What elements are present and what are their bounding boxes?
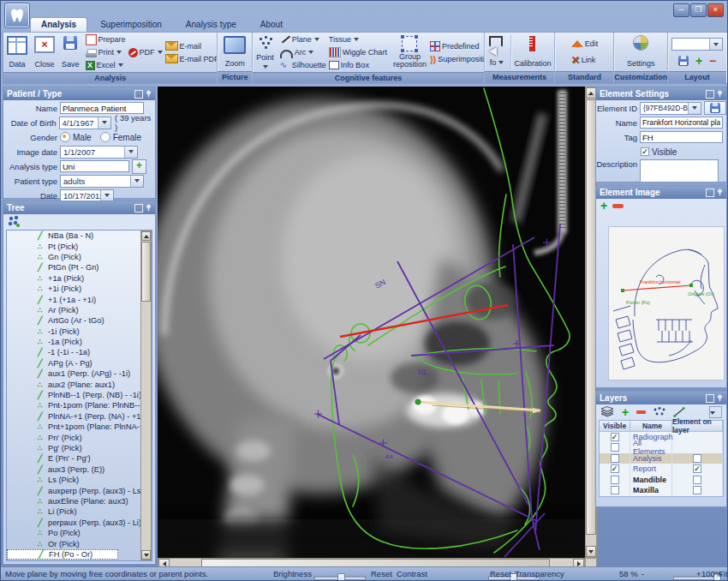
prepare-button[interactable]: Prepare	[85, 33, 127, 45]
layer-row[interactable]: Maxilla	[600, 485, 723, 496]
layer-line-icon[interactable]	[673, 407, 685, 417]
tree-item[interactable]: ∴Pnt-1pom (Plane: PlnNB--1)	[7, 400, 152, 410]
layer-visible-checkbox[interactable]	[611, 454, 619, 463]
data-button[interactable]: Data	[5, 33, 29, 71]
save-button[interactable]: Save	[60, 33, 81, 71]
description-textarea[interactable]	[640, 159, 719, 183]
tree-item[interactable]: ∴Ar (Pick)	[7, 305, 152, 315]
tree-item[interactable]: ∴Po (Pick)	[7, 528, 152, 538]
float-panel-icon[interactable]	[706, 189, 714, 197]
pin-icon[interactable]	[717, 189, 723, 197]
zoom-out-button[interactable]: -	[641, 569, 644, 578]
tree-item[interactable]: ∴aux2 (Plane: aux1)	[7, 379, 152, 389]
fit-button[interactable]: Fit	[719, 569, 728, 578]
tab-superimposition[interactable]: Superimposition	[89, 17, 173, 32]
tree-item[interactable]: ∴Pt (Pick)	[7, 241, 152, 251]
zoom-in-button[interactable]: +	[696, 569, 701, 578]
cephalogram-viewer[interactable]: SN NL Aa	[158, 87, 585, 558]
save-layout-icon[interactable]	[678, 56, 689, 66]
tree-item[interactable]: ╱PlnNB--1 (Perp. (NB) - -1i)	[7, 390, 152, 400]
combo-arrow-button[interactable]	[709, 39, 722, 50]
tree-item[interactable]: ╱ArtGo (Ar - tGo)	[7, 315, 152, 326]
add-layout-icon[interactable]: +	[695, 56, 702, 66]
female-radio[interactable]	[100, 132, 110, 142]
layer-visible-checkbox[interactable]	[611, 443, 619, 452]
group-reposition-button[interactable]: Group reposition	[391, 33, 428, 71]
tree-item[interactable]: ╱aux1 (Perp. (APg) - -1i)	[7, 368, 152, 379]
edit-standard-values-button[interactable]: Edit	[570, 38, 600, 50]
email-button[interactable]: E-mail	[164, 40, 218, 52]
wiggle-chart-button[interactable]: Wiggle Chart	[328, 46, 388, 58]
analysis-type-input[interactable]	[60, 160, 129, 172]
element-tag-input[interactable]	[640, 131, 723, 143]
element-id-combobox[interactable]: {97FB492D-B0EE-4	[640, 102, 701, 115]
occlusal-point[interactable]	[415, 399, 421, 404]
float-panel-icon[interactable]	[706, 90, 714, 99]
brightness-reset-button[interactable]: Reset	[371, 569, 392, 578]
tree-item[interactable]: ∴Ls (Pick)	[7, 475, 152, 485]
tree-item[interactable]: ∴auxEline (Plane: aux3)	[7, 496, 152, 506]
tree-item[interactable]: ∴+1a (Pick)	[7, 273, 152, 284]
layers-stack-icon[interactable]	[600, 406, 614, 417]
layer-element-checkbox[interactable]: ✓	[693, 464, 701, 473]
tree-item[interactable]: ∴Li (Pick)	[7, 506, 152, 517]
tree-item[interactable]: ╱PtGn (Pt - Gn)	[7, 262, 152, 273]
dob-combobox[interactable]: 4/1/1967	[59, 117, 112, 129]
element-name-input[interactable]	[640, 117, 723, 129]
silhouette-button[interactable]: ∿ Silhouette	[279, 59, 327, 71]
tree-item[interactable]: ╱auxperp (Perp. (aux3) - Ls)	[7, 485, 152, 495]
layer-element-checkbox[interactable]	[693, 486, 701, 494]
app-tooth-icon[interactable]	[4, 3, 30, 28]
male-radio[interactable]	[60, 132, 70, 142]
layout-preset-combobox[interactable]	[671, 38, 723, 51]
visible-column-header[interactable]: Visible	[600, 421, 630, 433]
tree-item[interactable]: ∴Pn' (Pick)	[7, 432, 152, 442]
excel-button[interactable]: X Excel	[85, 59, 127, 71]
add-element-image-icon[interactable]: +	[600, 201, 607, 211]
arc-button[interactable]: Arc	[279, 46, 327, 58]
tree-item[interactable]: ∴Pnt+1pom (Plane: PlnNA-+1)	[7, 422, 152, 432]
angle-measure-icon[interactable]	[489, 47, 497, 56]
minimize-button[interactable]: ─	[673, 3, 689, 17]
layer-visible-checkbox[interactable]	[611, 476, 619, 484]
tree-item[interactable]: ╱APg (A - Pg)	[7, 358, 152, 368]
tree-item[interactable]: ╱perpaux (Perp. (aux3) - Li)	[7, 518, 152, 528]
settings-button[interactable]: Settings	[620, 33, 661, 70]
brightness-slider[interactable]	[314, 576, 366, 580]
tree-item[interactable]: ∴Pg' (Pick)	[7, 443, 152, 453]
layer-points-icon[interactable]	[653, 407, 665, 417]
visible-checkbox[interactable]: ✓	[641, 147, 649, 156]
tab-analysis[interactable]: Analysis	[30, 17, 87, 32]
layer-visible-checkbox[interactable]: ✓	[611, 433, 619, 441]
layer-visible-checkbox[interactable]	[611, 486, 619, 494]
tab-about[interactable]: About	[249, 17, 294, 32]
tissue-button[interactable]: Tissue	[328, 33, 388, 45]
layer-row[interactable]: Analysis	[600, 453, 723, 464]
close-analysis-button[interactable]: × Close	[33, 33, 57, 71]
layer-visible-checkbox[interactable]: ✓	[611, 464, 619, 473]
pin-icon[interactable]	[146, 90, 152, 99]
float-panel-icon[interactable]	[134, 204, 143, 213]
element-column-header[interactable]: Element on layer	[672, 421, 723, 433]
superimposition-button[interactable]: )) Superimposition	[429, 53, 485, 65]
remove-layer-icon[interactable]	[636, 410, 646, 414]
tree-item[interactable]: ∴+1i (Pick)	[7, 284, 152, 294]
pin-icon[interactable]	[717, 394, 723, 403]
layer-element-checkbox[interactable]	[693, 476, 701, 484]
tree-item[interactable]: ∴-1i (Pick)	[7, 326, 152, 337]
pin-icon[interactable]	[717, 90, 723, 99]
name-column-header[interactable]: Name	[630, 421, 672, 432]
tree-item[interactable]: ╱aux3 (Perp. (E))	[7, 464, 152, 475]
contrast-reset-button[interactable]: Reset	[490, 569, 511, 578]
float-panel-icon[interactable]	[134, 90, 143, 99]
patient-type-combobox[interactable]: adults	[60, 175, 144, 188]
pin-icon[interactable]	[146, 204, 152, 213]
formula-button[interactable]: fo	[489, 57, 505, 69]
layer-row[interactable]: ✓Report✓	[600, 464, 723, 475]
distance-measure-icon[interactable]	[489, 36, 503, 46]
info-box-button[interactable]: Info Box	[328, 59, 388, 71]
patient-name-input[interactable]	[60, 102, 144, 114]
tree-scrollbar[interactable]	[140, 231, 152, 560]
tree-item[interactable]: ╱NBa (Ba - N)	[7, 231, 152, 241]
link-standard-values-button[interactable]: ✕ Link	[570, 54, 600, 66]
